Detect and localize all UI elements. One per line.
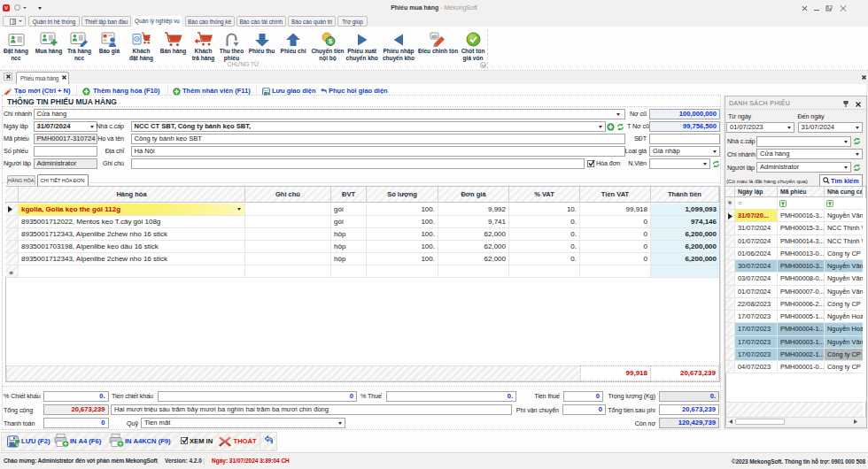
svg-text:$: $ (328, 37, 332, 45)
svg-text:ab: ab (431, 34, 438, 39)
